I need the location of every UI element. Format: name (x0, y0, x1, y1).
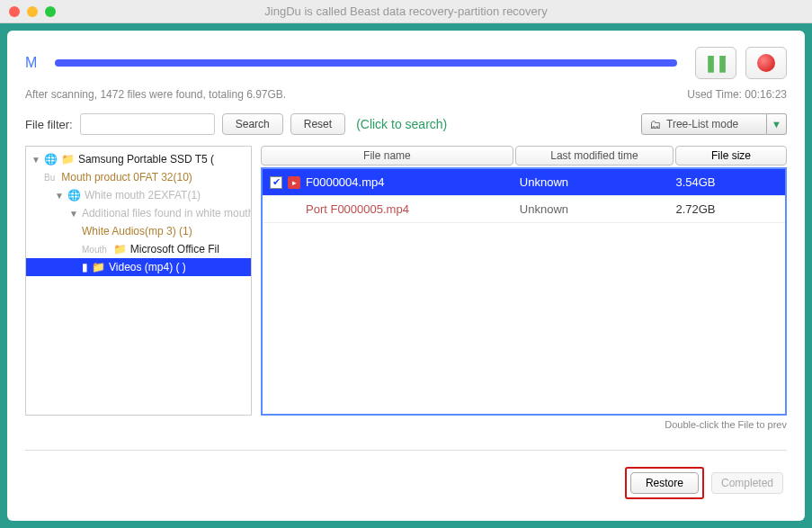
tree-node[interactable]: White Audios(mp 3) (1) (26, 222, 251, 240)
tree-icon: 🗂 (649, 118, 661, 131)
chevron-down-icon[interactable]: ▼ (767, 113, 787, 135)
globe-icon: 🌐 (67, 189, 81, 201)
file-name: F0000004.mp4 (306, 175, 384, 189)
divider (25, 450, 787, 451)
tree-node[interactable]: ▼ 🌐 White mouth 2EXFAT(1) (26, 186, 251, 204)
file-size: 3.54GB (675, 175, 785, 189)
tree-label: White mouth 2EXFAT(1) (85, 189, 201, 201)
video-file-icon: ▸ (288, 176, 300, 189)
tree-prefix: Bu (44, 173, 55, 183)
drive-icon: 🌐 (44, 153, 58, 166)
stop-button[interactable] (745, 47, 787, 79)
folder-icon: 📁 (113, 243, 127, 255)
scan-summary: After scanning, 1472 files were found, t… (25, 88, 286, 101)
status-row: After scanning, 1472 files were found, t… (25, 88, 787, 101)
progress-bar (55, 59, 677, 67)
folder-icon: 📁 (61, 153, 75, 166)
reset-button[interactable]: Reset (290, 113, 345, 135)
checkbox[interactable]: ✔ (270, 176, 282, 189)
restore-highlight: Restore (625, 467, 704, 499)
disclosure-icon[interactable]: ▼ (55, 191, 64, 201)
main-panels: ▼ 🌐 📁Samsung Portable SSD T5 ( BuMouth p… (25, 146, 787, 416)
pause-button[interactable]: ❚❚ (695, 47, 736, 79)
file-row[interactable]: ✔ ▸ F0000004.mp4 Unknown 3.54GB (263, 169, 785, 196)
folder-tree[interactable]: ▼ 🌐 📁Samsung Portable SSD T5 ( BuMouth p… (25, 146, 252, 416)
disclosure-icon[interactable]: ▼ (31, 155, 40, 165)
content-frame: M ❚❚ After scanning, 1472 files were fou… (0, 23, 812, 528)
view-mode-label: Tree-List mode (666, 118, 738, 130)
file-modified: Unknown (520, 202, 676, 216)
tree-node[interactable]: Mouth📁Microsoft Office Fil (26, 240, 251, 258)
bottom-hint: Double-click the File to prev (25, 419, 787, 430)
view-mode-selector[interactable]: 🗂 Tree-List mode ▼ (641, 113, 787, 135)
disclosure-icon[interactable]: ▼ (69, 209, 78, 219)
view-mode-body[interactable]: 🗂 Tree-List mode (641, 113, 767, 135)
search-button[interactable]: Search (222, 113, 283, 135)
column-headers: File name Last modified time File size (261, 146, 787, 166)
file-list[interactable]: ✔ ▸ F0000004.mp4 Unknown 3.54GB Po (261, 167, 787, 416)
tree-label: Videos (mp4) ( ) (109, 261, 186, 273)
completed-button[interactable]: Completed (711, 472, 783, 494)
folder-icon: 📁 (92, 261, 105, 273)
file-modified: Unknown (520, 175, 676, 189)
col-filename[interactable]: File name (261, 146, 513, 166)
stop-icon (757, 54, 775, 72)
used-time: Used Time: 00:16:23 (687, 88, 787, 101)
tree-label: Mouth product 0FAT 32(10) (61, 171, 192, 183)
app-window: JingDu is called Beast data recovery-par… (0, 0, 812, 528)
tree-label: Microsoft Office Fil (130, 243, 219, 255)
window-title: JingDu is called Beast data recovery-par… (0, 4, 812, 18)
tree-label: White Audios(mp 3) (1) (82, 225, 192, 237)
file-name: Port F0000005.mp4 (306, 202, 409, 216)
tree-node[interactable]: BuMouth product 0FAT 32(10) (26, 168, 251, 186)
content: M ❚❚ After scanning, 1472 files were fou… (7, 31, 805, 521)
titlebar: JingDu is called Beast data recovery-par… (0, 0, 812, 23)
tree-label: Samsung Portable SSD T5 ( (78, 153, 214, 166)
file-name-cell: ✔ ▸ F0000004.mp4 (263, 175, 520, 189)
pause-icon: ❚❚ (704, 53, 727, 73)
filter-label: File filter: (25, 118, 73, 131)
tree-label: Additional files found in white mouth (3… (82, 207, 252, 219)
file-row[interactable]: Port F0000005.mp4 Unknown 2.72GB (263, 196, 785, 223)
file-icon: ▮ (82, 261, 88, 273)
tree-prefix: Mouth (82, 245, 107, 255)
top-controls: M ❚❚ (25, 47, 787, 79)
tree-node[interactable]: ▼ 🌐 📁Samsung Portable SSD T5 ( (26, 150, 251, 168)
file-panel: File name Last modified time File size ✔… (261, 146, 787, 416)
col-modified[interactable]: Last modified time (515, 146, 674, 166)
tree-node[interactable]: ▼ Additional files found in white mouth … (26, 204, 251, 222)
file-size: 2.72GB (675, 202, 785, 216)
filter-row: File filter: Search Reset (Click to sear… (25, 113, 787, 135)
search-hint: (Click to search) (356, 117, 447, 131)
file-name-cell: Port F0000005.mp4 (263, 202, 520, 216)
footer: Restore Completed (25, 467, 787, 499)
col-size[interactable]: File size (675, 146, 787, 166)
restore-button[interactable]: Restore (630, 472, 699, 494)
tree-node-selected[interactable]: ▮ 📁Videos (mp4) ( ) (26, 258, 251, 276)
filter-input[interactable] (80, 113, 215, 135)
scan-label: M (25, 55, 37, 71)
